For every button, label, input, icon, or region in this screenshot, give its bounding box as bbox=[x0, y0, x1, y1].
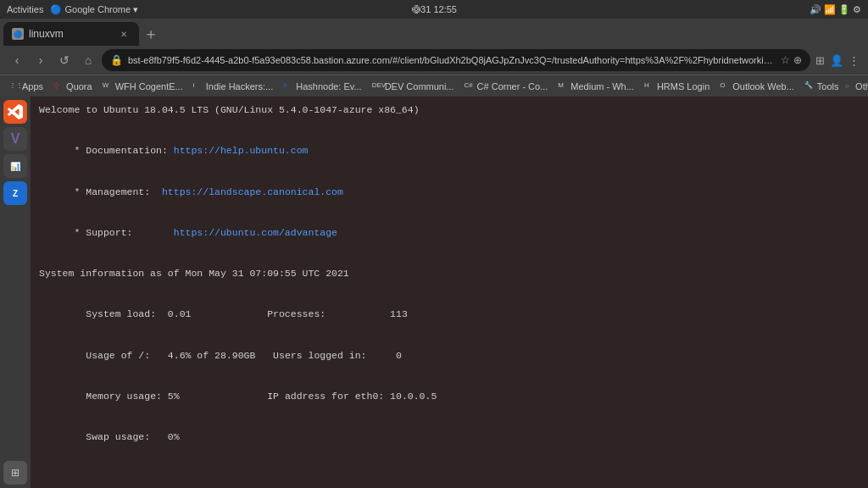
reload-button[interactable]: ↺ bbox=[54, 50, 75, 70]
panel-icon-monitor[interactable]: 📊 bbox=[3, 154, 27, 178]
bookmark-medium-label: Medium - Wh... bbox=[570, 81, 634, 92]
bookmark-other-label: Other bookmarks bbox=[855, 81, 868, 92]
zoom-logo: Z bbox=[13, 189, 18, 198]
url-box[interactable]: 🔒 bst-e8fb79f5-f6d2-4445-a2b0-f5a93e083c… bbox=[102, 49, 810, 71]
panel-icon-vscode[interactable] bbox=[3, 100, 27, 124]
tab-title: linuxvm bbox=[29, 28, 64, 40]
chrome-label: 🔵 Google Chrome ▾ bbox=[50, 4, 138, 15]
bookmark-medium[interactable]: M Medium - Wh... bbox=[554, 80, 638, 93]
lock-icon: 🔒 bbox=[110, 54, 123, 66]
system-bar: Activities 🔵 Google Chrome ▾ ᪥31 12:55 🔊… bbox=[0, 0, 868, 19]
bookmark-hashnode-label: Hashnode: Ev... bbox=[296, 81, 361, 92]
csharp-favicon: C# bbox=[465, 81, 475, 92]
panel-icon-zoom[interactable]: Z bbox=[3, 181, 27, 205]
bookmark-csharp-label: C# Corner - Co... bbox=[477, 81, 548, 92]
term-mgmt: * Management: https://landscape.canonica… bbox=[39, 171, 860, 212]
star-icon[interactable]: ☆ bbox=[781, 54, 790, 66]
toolbar-icons: ⊞ 👤 ⋮ bbox=[814, 53, 861, 69]
tab-bar: 🔵 linuxvm ✕ ＋ bbox=[0, 19, 868, 46]
bookmark-hrms[interactable]: H HRMS Login bbox=[640, 80, 714, 93]
system-bar-right: 🔊 📶 🔋 ⚙ bbox=[810, 4, 861, 15]
term-blank5 bbox=[39, 472, 860, 485]
left-panel: V 📊 Z ⊞ bbox=[0, 97, 31, 488]
medium-favicon: M bbox=[558, 81, 568, 92]
home-button[interactable]: ⌂ bbox=[78, 50, 98, 70]
profile-icon[interactable]: 👤 bbox=[828, 53, 845, 69]
bookmark-separator: » bbox=[845, 81, 850, 91]
bookmark-quora-label: Quora bbox=[66, 81, 92, 92]
bookmark-indie-label: Indie Hackers:... bbox=[206, 81, 273, 92]
quora-favicon: Q bbox=[53, 81, 64, 92]
bookmark-indie[interactable]: i Indie Hackers:... bbox=[189, 80, 277, 93]
main-area: V 📊 Z ⊞ Welcome to Ubuntu 18.04.5 LTS (G… bbox=[0, 97, 868, 488]
monitor-icon: 📊 bbox=[10, 162, 20, 171]
term-blank2 bbox=[39, 253, 860, 267]
grid-icon: ⊞ bbox=[11, 467, 19, 479]
tab-close-button[interactable]: ✕ bbox=[117, 27, 131, 41]
term-memory: Memory usage: 5% IP address for eth0: 10… bbox=[39, 376, 860, 417]
viber-logo: V bbox=[11, 131, 20, 147]
bookmark-apps-label: Apps bbox=[22, 81, 43, 92]
bookmark-dev[interactable]: DEV DEV Communi... bbox=[368, 80, 459, 93]
lens-icon[interactable]: ⊕ bbox=[793, 54, 802, 66]
bookmark-outlook[interactable]: O Outlook Web... bbox=[715, 80, 798, 93]
bookmark-wfh[interactable]: W WFH CogentE... bbox=[98, 80, 187, 93]
terminal[interactable]: Welcome to Ubuntu 18.04.5 LTS (GNU/Linux… bbox=[31, 97, 868, 488]
bookmark-tools[interactable]: 🔧 Tools bbox=[800, 80, 843, 93]
tools-favicon: 🔧 bbox=[804, 81, 815, 92]
bookmark-csharp[interactable]: C# C# Corner - Co... bbox=[460, 80, 553, 93]
sys-icons: 🔊 📶 🔋 ⚙ bbox=[810, 4, 861, 15]
hashnode-favicon: h bbox=[283, 81, 293, 92]
bookmark-other[interactable]: Other bookmarks bbox=[851, 80, 868, 93]
indie-favicon: i bbox=[193, 81, 203, 92]
panel-icon-grid[interactable]: ⊞ bbox=[3, 461, 27, 485]
active-tab[interactable]: 🔵 linuxvm ✕ bbox=[3, 22, 139, 46]
term-usage: Usage of /: 4.6% of 28.90GB Users logged… bbox=[39, 336, 860, 376]
term-doc: * Documentation: https://help.ubuntu.com bbox=[39, 130, 860, 171]
bookmark-hrms-label: HRMS Login bbox=[657, 81, 709, 92]
bookmark-apps[interactable]: ⋮⋮ Apps bbox=[5, 80, 47, 93]
new-tab-button[interactable]: ＋ bbox=[139, 22, 163, 46]
dev-favicon: DEV bbox=[372, 81, 382, 92]
bookmark-hashnode[interactable]: h Hashnode: Ev... bbox=[279, 80, 365, 93]
term-welcome: Welcome to Ubuntu 18.04.5 LTS (GNU/Linux… bbox=[39, 103, 860, 117]
address-bar: ‹ › ↺ ⌂ 🔒 bst-e8fb79f5-f6d2-4445-a2b0-f5… bbox=[0, 46, 868, 75]
url-text: bst-e8fb79f5-f6d2-4445-a2b0-f5a93e083c58… bbox=[128, 55, 776, 65]
term-blank4 bbox=[39, 458, 860, 471]
bookmarks-bar: ⋮⋮ Apps Q Quora W WFH CogentE... i Indie… bbox=[0, 75, 868, 97]
system-bar-left: Activities 🔵 Google Chrome ▾ bbox=[7, 4, 138, 15]
url-right-icons: ☆ ⊕ bbox=[781, 54, 802, 66]
hrms-favicon: H bbox=[644, 81, 654, 92]
menu-icon[interactable]: ⋮ bbox=[847, 53, 861, 69]
wfh-favicon: W bbox=[103, 81, 113, 92]
term-programs1: The programs included with the Ubuntu sy… bbox=[39, 485, 860, 488]
tab-favicon: 🔵 bbox=[12, 28, 24, 40]
apps-favicon: ⋮⋮ bbox=[9, 81, 19, 92]
term-load: System load: 0.01 Processes: 113 bbox=[39, 294, 860, 335]
term-swap: Swap usage: 0% bbox=[39, 417, 860, 458]
outlook-favicon: O bbox=[720, 81, 730, 92]
bookmark-wfh-label: WFH CogentE... bbox=[115, 81, 183, 92]
system-bar-datetime: ᪥31 12:55 bbox=[411, 4, 457, 14]
term-blank1 bbox=[39, 117, 860, 130]
term-sysinfo: System information as of Mon May 31 07:0… bbox=[39, 267, 860, 280]
bookmark-outlook-label: Outlook Web... bbox=[732, 81, 794, 92]
forward-button[interactable]: › bbox=[31, 50, 51, 70]
back-button[interactable]: ‹ bbox=[7, 50, 27, 70]
extensions-icon[interactable]: ⊞ bbox=[814, 53, 826, 69]
bookmark-quora[interactable]: Q Quora bbox=[49, 80, 97, 93]
term-support: * Support: https://ubuntu.com/advantage bbox=[39, 213, 860, 253]
term-blank3 bbox=[39, 280, 860, 294]
panel-icon-viber[interactable]: V bbox=[3, 127, 27, 151]
bookmark-tools-label: Tools bbox=[817, 81, 839, 92]
activities-label[interactable]: Activities bbox=[7, 4, 43, 14]
bookmark-dev-label: DEV Communi... bbox=[385, 81, 454, 92]
